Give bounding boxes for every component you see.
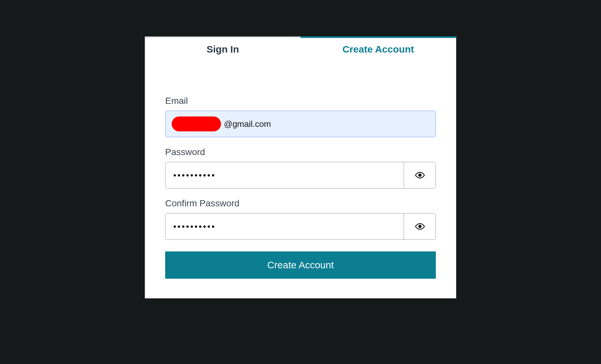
create-account-submit-button[interactable]: Create Account bbox=[165, 251, 436, 279]
confirm-password-label: Confirm Password bbox=[165, 198, 436, 209]
svg-point-1 bbox=[419, 225, 421, 228]
svg-point-0 bbox=[419, 174, 421, 176]
password-row bbox=[165, 162, 436, 188]
email-input[interactable] bbox=[165, 111, 436, 137]
confirm-password-input[interactable] bbox=[166, 213, 404, 239]
password-field-group: Password bbox=[165, 147, 436, 188]
auth-card: Sign In Create Account Email Password bbox=[145, 36, 456, 298]
email-input-wrap bbox=[165, 111, 436, 137]
eye-icon bbox=[415, 222, 425, 231]
toggle-password-visibility-button[interactable] bbox=[404, 162, 435, 188]
eye-icon bbox=[415, 170, 425, 180]
toggle-confirm-password-visibility-button[interactable] bbox=[404, 213, 435, 239]
tab-sign-in[interactable]: Sign In bbox=[145, 37, 300, 61]
auth-tabs: Sign In Create Account bbox=[145, 37, 456, 61]
password-label: Password bbox=[165, 147, 436, 157]
email-label: Email bbox=[165, 96, 436, 106]
tab-create-account[interactable]: Create Account bbox=[300, 37, 456, 61]
email-field-group: Email bbox=[165, 96, 436, 137]
create-account-form: Email Password Confirm Password bbox=[145, 61, 456, 298]
confirm-password-row bbox=[165, 213, 436, 240]
password-input[interactable] bbox=[166, 162, 404, 188]
confirm-password-field-group: Confirm Password bbox=[165, 198, 436, 240]
